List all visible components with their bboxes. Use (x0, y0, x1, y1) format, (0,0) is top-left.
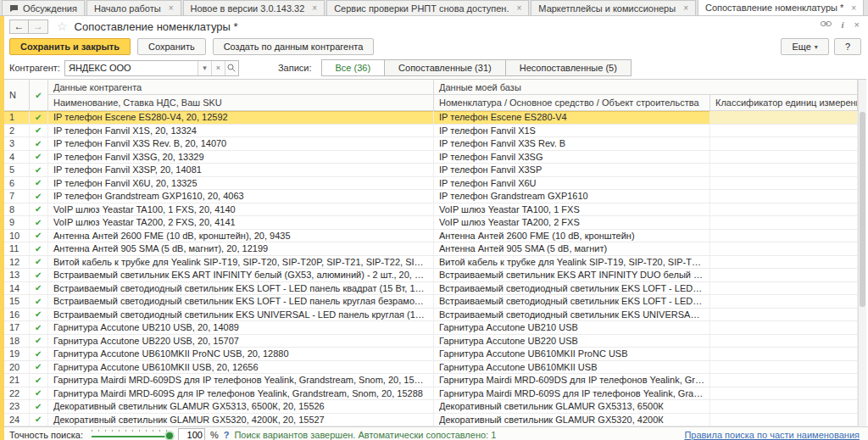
close-window-icon[interactable]: × (854, 20, 860, 30)
unit-classifier-cell (710, 361, 858, 375)
column-group-mybase[interactable]: Данные моей базы (434, 80, 858, 95)
tab[interactable]: Сопоставление номенклатуры *× (698, 0, 864, 15)
slider-thumb[interactable] (166, 432, 173, 439)
check-icon: ✔ (30, 151, 48, 164)
records-segment[interactable]: Все (36) (321, 59, 386, 76)
contractor-data-cell: Антенна Антей 905 SMA (5 dB, магнит), 20… (48, 242, 434, 256)
table-row[interactable]: 1✔IP телефон Escene ES280-V4, 20, 12592I… (4, 111, 858, 125)
scrollbar-thumb[interactable] (860, 112, 865, 307)
row-number-cell: 23 (4, 400, 30, 414)
slider-ticks (92, 430, 173, 432)
table-row[interactable]: 18✔Гарнитура Accutone UB220 USB, 20, 157… (4, 335, 858, 348)
dropdown-icon[interactable]: ▾ (198, 61, 211, 75)
table-row[interactable]: 23✔Декоративный светильник GLAMUR GX5313… (4, 400, 858, 414)
forward-button[interactable]: → (29, 19, 48, 34)
tab[interactable]: Начало работы× (86, 0, 181, 15)
row-number-cell: 18 (4, 335, 30, 348)
more-button[interactable]: Еще▾ (781, 38, 828, 55)
table-row[interactable]: 17✔Гарнитура Accutone UB210 USB, 20, 140… (4, 321, 858, 335)
table-row[interactable]: 13✔Встраиваемый светильник EKS ART INFIN… (4, 269, 858, 282)
table-row[interactable]: 14✔Встраиваемый светодиодный светильник … (4, 282, 858, 296)
tab-close-icon[interactable]: × (169, 3, 174, 13)
tab-close-icon[interactable]: × (517, 3, 522, 13)
unit-classifier-cell (710, 400, 858, 414)
contractor-data-cell: IP телефон Fanvil X3S Rev. B, 20, 14070 (48, 137, 434, 151)
tab[interactable]: Обсуждения (2, 0, 85, 15)
forward-icon: → (33, 20, 43, 32)
table-row[interactable]: 24✔Декоративный светильник GLAMUR GX5320… (4, 414, 858, 427)
help-button[interactable]: ? (834, 38, 861, 55)
search-icon[interactable] (225, 61, 238, 75)
counterparty-input[interactable] (65, 61, 198, 75)
table-row[interactable]: 15✔Встраиваемый светодиодный светильник … (4, 295, 858, 309)
info-icon[interactable]: i (842, 20, 844, 30)
mybase-data-cell: VoIP шлюз Yeastar TA200, 2 FXS (434, 216, 710, 230)
clear-icon[interactable]: × (211, 61, 225, 75)
records-segment[interactable]: Сопоставленные (31) (384, 59, 506, 76)
create-from-contractor-button[interactable]: Создать по данным контрагента (213, 38, 375, 55)
tab-close-icon[interactable]: × (683, 3, 688, 13)
tab[interactable]: Сервис проверки РНПТ снова доступен.× (326, 0, 529, 15)
column-header-check[interactable]: ✔ (30, 80, 48, 111)
table-row[interactable]: 5✔IP телефон Fanvil X3SP, 20, 14081IP те… (4, 164, 858, 177)
accuracy-input[interactable] (178, 428, 205, 440)
row-number-cell: 24 (4, 414, 30, 427)
unit-classifier-cell (710, 295, 858, 309)
column-header-nomenclature[interactable]: Номенклатура / Основное средство / Объек… (434, 95, 710, 111)
tab-close-icon[interactable]: × (851, 3, 856, 13)
check-icon: ✔ (30, 348, 48, 361)
contractor-data-cell: IP телефон Fanvil X1S, 20, 13324 (48, 125, 434, 138)
percent-label: % (210, 430, 219, 440)
table-row[interactable]: 4✔IP телефон Fanvil X3SG, 20, 13329IP те… (4, 151, 858, 164)
chevron-down-icon: ▾ (815, 43, 818, 51)
favorite-star-icon[interactable]: ☆ (57, 19, 68, 33)
unit-classifier-cell (710, 216, 858, 230)
row-number-cell: 19 (4, 348, 30, 361)
accuracy-slider[interactable] (92, 429, 173, 440)
row-number-cell: 2 (4, 125, 30, 138)
tab-close-icon[interactable]: × (312, 3, 317, 13)
mybase-data-cell: Гарнитура Mairdi MRD-609S для IP телефон… (434, 387, 710, 401)
column-header-number[interactable]: N (4, 80, 30, 111)
table-row[interactable]: 12✔Витой кабель к трубке для Yealink SIP… (4, 256, 858, 270)
mybase-data-cell: VoIP шлюз Yeastar TA100, 1 FXS (434, 203, 710, 217)
table-row[interactable]: 6✔IP телефон Fanvil X6U, 20, 13325IP тел… (4, 177, 858, 191)
contractor-data-cell: IP телефон Fanvil X6U, 20, 13325 (48, 177, 434, 191)
tab[interactable]: Маркетплейсы и комиссионеры× (531, 0, 696, 15)
table-row[interactable]: 2✔IP телефон Fanvil X1S, 20, 13324IP тел… (4, 125, 858, 138)
row-number-cell: 6 (4, 177, 30, 191)
accuracy-help-icon[interactable]: ? (224, 430, 230, 440)
vertical-scrollbar[interactable] (858, 80, 866, 426)
table-row[interactable]: 3✔IP телефон Fanvil X3S Rev. B, 20, 1407… (4, 137, 858, 151)
table-row[interactable]: 10✔Антенна Антей 2600 FME (10 dB, кроншт… (4, 230, 858, 243)
contractor-data-cell: Гарнитура Accutone UB210 USB, 20, 14089 (48, 321, 434, 335)
get-link-icon[interactable] (821, 19, 832, 30)
table-row[interactable]: 8✔VoIP шлюз Yeastar TA100, 1 FXS, 20, 41… (4, 203, 858, 217)
back-button[interactable]: ← (9, 19, 29, 34)
contractor-data-cell: Декоративный светильник GLAMUR GX5320, 4… (48, 414, 434, 427)
records-segment[interactable]: Несопоставленные (5) (505, 59, 632, 76)
status-bar: Точность поиска: % ? Поиск вариантов зав… (4, 426, 868, 440)
column-header-name-sku[interactable]: Наименование, Ставка НДС, Ваш SKU (48, 95, 434, 111)
column-header-unit-classifier[interactable]: Классификатор единиц измерения (710, 95, 858, 111)
column-group-contractor[interactable]: Данные контрагента (48, 80, 434, 95)
unit-classifier-cell (710, 282, 858, 296)
save-button[interactable]: Сохранить (137, 38, 206, 55)
search-rules-link[interactable]: Правила поиска по части наименования (684, 430, 860, 440)
table-row[interactable]: 22✔Гарнитура Mairdi MRD-609S для IP теле… (4, 387, 858, 401)
save-and-close-button[interactable]: Сохранить и закрыть (9, 38, 131, 55)
table-row[interactable]: 11✔Антенна Антей 905 SMA (5 dB, магнит),… (4, 242, 858, 256)
table-row[interactable]: 20✔Гарнитура Accutone UB610MKII USB, 20,… (4, 361, 858, 375)
tab[interactable]: Новое в версии 3.0.143.32× (183, 0, 326, 15)
check-icon: ✔ (30, 137, 48, 151)
table-row[interactable]: 19✔Гарнитура Accutone UB610MKII ProNC US… (4, 348, 858, 361)
mybase-data-cell: Встраиваемый светодиодный светильник EKS… (434, 282, 710, 296)
table-row[interactable]: 7✔IP телефон Grandstream GXP1610, 20, 40… (4, 190, 858, 203)
table-row[interactable]: 9✔VoIP шлюз Yeastar TA200, 2 FXS, 20, 41… (4, 216, 858, 230)
row-number-cell: 7 (4, 190, 30, 203)
table-row[interactable]: 21✔Гарнитура Mairdi MRD-609DS для IP тел… (4, 374, 858, 387)
unit-classifier-cell (710, 164, 858, 177)
mybase-data-cell: IP телефон Grandstream GXP1610 (434, 190, 710, 203)
table-row[interactable]: 16✔Встраиваемый светодиодный светильник … (4, 309, 858, 322)
filter-bar: Контрагент: ▾ × Записи: Все (36)Сопостав… (4, 57, 868, 79)
